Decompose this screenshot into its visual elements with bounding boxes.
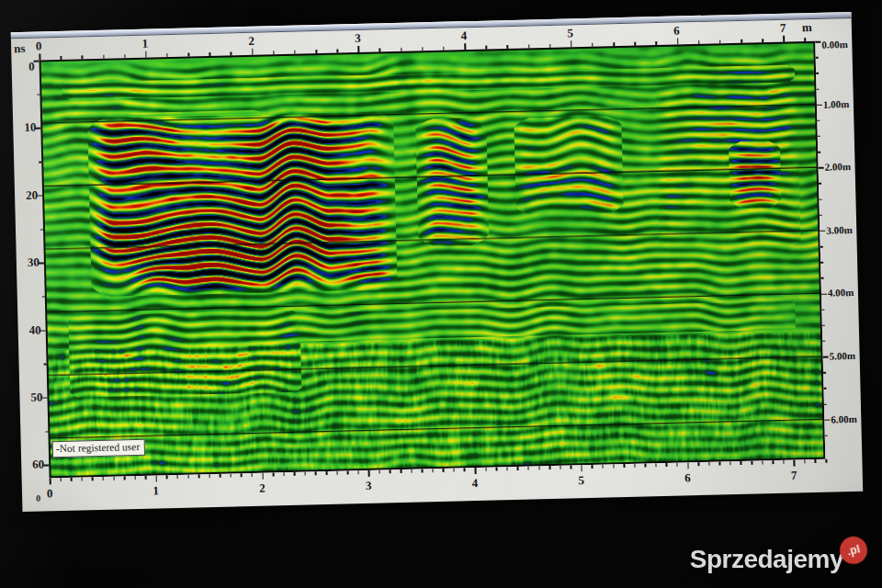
x-axis-tick: [113, 477, 115, 481]
depth-axis-tick: [823, 372, 826, 374]
x-axis-tick: [794, 460, 796, 467]
x-tick-label: 6: [673, 23, 680, 38]
depth-axis-tick: [821, 309, 824, 311]
time-tick-label: 20: [26, 187, 38, 202]
x-axis-tick: [741, 461, 742, 465]
time-tick-label: 60: [32, 458, 44, 472]
x-axis-tick: [783, 460, 785, 464]
x-axis-tick: [485, 468, 487, 471]
x-tick-label: 0: [47, 486, 53, 501]
depth-axis-tick: [824, 419, 830, 421]
x-tick-label: 4: [471, 476, 478, 491]
x-axis-tick: [825, 459, 827, 463]
depth-axis-tick: [821, 277, 824, 279]
x-tick-label: 1: [153, 483, 159, 498]
depth-axis-tick: [825, 435, 828, 437]
x-axis-tick: [666, 463, 668, 467]
x-axis-tick: [209, 474, 210, 478]
x-tick-label: 4: [461, 28, 468, 43]
x-tick-label: 1: [141, 37, 148, 51]
x-axis-tick: [304, 472, 306, 476]
axis-origin-label: 0: [36, 493, 40, 503]
x-axis-tick: [772, 460, 774, 464]
x-tick-label: 0: [36, 39, 42, 53]
x-axis-tick: [719, 462, 721, 466]
depth-axis-tick: [820, 262, 823, 264]
depth-axis-tick: [816, 73, 819, 74]
x-axis-tick: [187, 475, 189, 479]
depth-axis-tick: [821, 293, 827, 295]
time-tick-label: 0: [28, 60, 35, 74]
x-axis-tick: [102, 477, 104, 481]
depth-axis-tick: [820, 246, 823, 248]
depth-axis-tick: [819, 183, 821, 185]
time-tick-label: 30: [28, 255, 40, 270]
x-axis-tick: [358, 46, 360, 52]
x-axis-tick: [474, 468, 476, 474]
x-axis-tick: [677, 39, 679, 45]
x-axis-tick: [751, 461, 752, 465]
time-tick-label: 50: [30, 390, 42, 404]
x-axis-tick: [176, 475, 178, 479]
x-axis-tick: [60, 478, 62, 481]
depth-tick-label: 3.00m: [826, 224, 853, 236]
x-axis-tick: [676, 463, 678, 467]
x-axis-tick: [230, 474, 232, 478]
x-axis-tick: [251, 473, 253, 477]
depth-axis-tick: [822, 324, 825, 326]
time-tick-label: 40: [28, 322, 40, 337]
x-axis-tick: [708, 462, 710, 466]
x-axis-tick: [464, 468, 466, 471]
watermark-not-registered-user: -Not registered user: [52, 439, 146, 458]
x-axis-tick: [241, 473, 243, 477]
x-axis-tick: [624, 464, 626, 468]
depth-axis-tick: [815, 41, 820, 43]
x-axis-tick: [390, 469, 391, 473]
x-axis-tick: [252, 49, 254, 55]
depth-axis-tick: [819, 167, 824, 169]
x-axis-tick: [560, 466, 561, 469]
x-axis-tick: [506, 467, 508, 470]
depth-axis-tick: [820, 231, 825, 232]
x-axis-tick: [804, 459, 806, 463]
x-axis-tick: [527, 467, 529, 470]
x-axis-tick: [166, 475, 168, 479]
x-axis-tick: [368, 470, 370, 477]
photo-background: ns m 01234567 0102030405060 0.00m1.00m2.…: [0, 0, 882, 588]
x-axis-tick: [815, 459, 817, 463]
depth-axis-tick: [822, 341, 825, 343]
x-axis-tick: [262, 473, 264, 480]
x-axis-tick: [443, 469, 445, 472]
x-axis-tick: [613, 464, 615, 468]
x-axis-tick: [124, 476, 126, 480]
depth-tick-label: 0.00m: [821, 39, 848, 51]
x-tick-label: 3: [366, 479, 372, 493]
x-axis-tick: [273, 472, 275, 476]
x-axis-tick: [145, 51, 147, 58]
x-axis-tick: [729, 461, 731, 465]
depth-tick-label: 4.00m: [828, 287, 854, 299]
gpr-app-window: ns m 01234567 0102030405060 0.00m1.00m2.…: [11, 12, 863, 512]
x-axis-tick: [134, 476, 136, 480]
x-tick-label: 3: [355, 31, 361, 46]
x-axis-tick: [655, 463, 657, 467]
x-axis-tick: [357, 470, 359, 474]
depth-axis-tick: [819, 198, 821, 200]
x-axis-tick: [645, 464, 647, 468]
x-axis-tick: [50, 478, 51, 484]
x-axis-tick: [571, 465, 572, 469]
x-axis-tick: [283, 472, 285, 476]
x-axis-tick: [464, 43, 466, 50]
depth-tick-label: 5.00m: [829, 350, 855, 362]
x-axis-tick: [198, 474, 200, 478]
x-axis-tick: [81, 477, 83, 481]
x-axis-tick: [592, 465, 594, 469]
y-axis-unit-label: ns: [14, 41, 26, 56]
x-axis-tick: [602, 465, 604, 469]
depth-tick-label: 6.00m: [831, 413, 857, 425]
x-axis-tick: [315, 471, 317, 475]
radargram-plot: -Not registered user: [40, 41, 826, 479]
depth-axis-tick: [824, 403, 827, 405]
x-axis-tick: [155, 476, 157, 482]
depth-axis-tick: [818, 152, 820, 153]
